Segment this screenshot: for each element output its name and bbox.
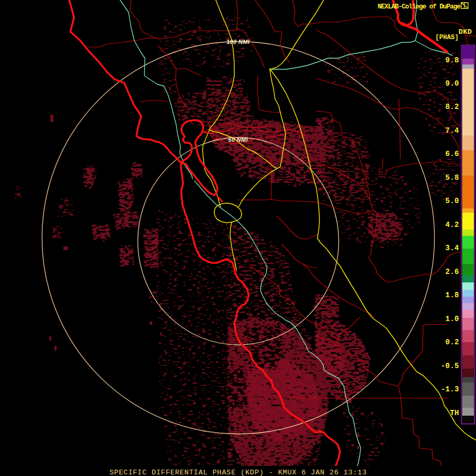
svg-text:8.2: 8.2 (445, 103, 459, 111)
svg-text:2.6: 2.6 (445, 268, 459, 276)
svg-text:6.6: 6.6 (445, 150, 459, 158)
svg-text:0.2: 0.2 (445, 338, 459, 346)
svg-text:SPECIFIC DIFFERENTIAL PHASE (K: SPECIFIC DIFFERENTIAL PHASE (KDP) - KMUX… (109, 469, 367, 476)
svg-text:DKD: DKD (459, 28, 472, 36)
svg-text:5.8: 5.8 (445, 173, 459, 182)
svg-text:7.4: 7.4 (445, 126, 459, 135)
svg-text:3.4: 3.4 (445, 244, 459, 252)
svg-text:1.8: 1.8 (445, 291, 459, 299)
svg-text:TH: TH (450, 409, 459, 417)
svg-text:4.2: 4.2 (445, 221, 459, 229)
svg-text:-1.3: -1.3 (441, 385, 459, 393)
svg-text:100 NMI: 100 NMI (226, 39, 250, 45)
svg-text:5.0: 5.0 (445, 197, 459, 205)
svg-text:-0.5: -0.5 (441, 362, 459, 370)
svg-text:9.8: 9.8 (445, 56, 459, 65)
svg-text:NEXLAB-College of DuPage: NEXLAB-College of DuPage (378, 3, 461, 11)
svg-text:9.0: 9.0 (445, 79, 459, 88)
svg-text:1.0: 1.0 (445, 315, 459, 323)
svg-text:[PHAS]: [PHAS] (435, 34, 459, 41)
svg-text:50 NMI: 50 NMI (228, 136, 248, 143)
